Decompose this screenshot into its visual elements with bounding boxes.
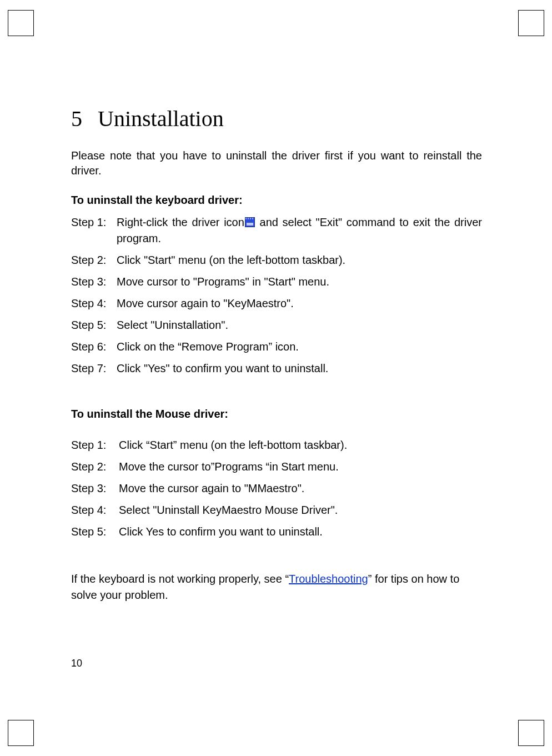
step-label: Step 1: xyxy=(71,214,117,247)
content-area: 5Uninstallation Please note that you hav… xyxy=(71,106,482,603)
mouse-step: Step 5: Click Yes to confirm you want to… xyxy=(71,524,482,540)
step-text-pre: Right-click the driver icon xyxy=(117,216,244,228)
step-body: Click “Start” menu (on the left-bottom t… xyxy=(119,437,482,453)
driver-tray-icon xyxy=(245,217,255,227)
page-number: 10 xyxy=(71,658,82,669)
step-body: Click "Start" menu (on the left-bottom t… xyxy=(117,252,482,268)
chapter-heading: 5Uninstallation xyxy=(71,106,482,132)
step-body: Select "Uninstallation". xyxy=(117,317,482,333)
mouse-step: Step 4: Select "Uninstall KeyMaestro Mou… xyxy=(71,502,482,518)
kb-step: Step 4: Move cursor again to "KeyMaestro… xyxy=(71,296,482,312)
crop-mark-bl xyxy=(8,720,34,746)
step-label: Step 7: xyxy=(71,361,117,377)
step-label: Step 5: xyxy=(71,524,119,540)
mouse-steps: Step 1: Click “Start” menu (on the left-… xyxy=(71,437,482,540)
step-label: Step 4: xyxy=(71,502,119,518)
kb-step: Step 2: Click "Start" menu (on the left-… xyxy=(71,252,482,268)
step-label: Step 1: xyxy=(71,437,119,453)
chapter-title: Uninstallation xyxy=(98,106,224,131)
step-body: Move cursor to "Programs" in "Start" men… xyxy=(117,274,482,290)
step-label: Step 3: xyxy=(71,480,119,497)
kb-uninstall-heading: To uninstall the keyboard driver: xyxy=(71,194,482,207)
step-body: Click "Yes" to confirm you want to unins… xyxy=(117,361,482,377)
kb-step: Step 5: Select "Uninstallation". xyxy=(71,317,482,333)
step-label: Step 2: xyxy=(71,252,117,268)
step-body: Right-click the driver icon and select "… xyxy=(117,214,482,247)
kb-step: Step 1: Right-click the driver icon and … xyxy=(71,214,482,247)
mouse-step: Step 2: Move the cursor to”Programs “in … xyxy=(71,459,482,475)
step-body: Move the cursor again to "MMaestro". xyxy=(119,480,482,497)
crop-mark-tr xyxy=(518,10,544,36)
step-body: Click on the “Remove Program” icon. xyxy=(117,339,482,355)
crop-mark-br xyxy=(518,720,544,746)
mouse-step: Step 1: Click “Start” menu (on the left-… xyxy=(71,437,482,453)
kb-step: Step 6: Click on the “Remove Program” ic… xyxy=(71,339,482,355)
intro-paragraph: Please note that you have to uninstall t… xyxy=(71,148,482,178)
step-label: Step 2: xyxy=(71,459,119,475)
chapter-number: 5 xyxy=(71,106,82,132)
crop-mark-tl xyxy=(8,10,34,36)
closing-paragraph: If the keyboard is not working properly,… xyxy=(71,571,482,603)
kb-step: Step 3: Move cursor to "Programs" in "St… xyxy=(71,274,482,290)
step-label: Step 4: xyxy=(71,296,117,312)
step-label: Step 3: xyxy=(71,274,117,290)
closing-pre: If the keyboard is not working properly,… xyxy=(71,573,289,585)
step-label: Step 6: xyxy=(71,339,117,355)
kb-steps: Step 1: Right-click the driver icon and … xyxy=(71,214,482,377)
page: 5Uninstallation Please note that you hav… xyxy=(0,0,552,756)
step-body: Click Yes to confirm you want to uninsta… xyxy=(119,524,482,540)
mouse-step: Step 3: Move the cursor again to "MMaest… xyxy=(71,480,482,497)
kb-step: Step 7: Click "Yes" to confirm you want … xyxy=(71,361,482,377)
step-label: Step 5: xyxy=(71,317,117,333)
step-body: Move the cursor to”Programs “in Start me… xyxy=(119,459,482,475)
step-body: Move cursor again to "KeyMaestro". xyxy=(117,296,482,312)
mouse-uninstall-heading: To uninstall the Mouse driver: xyxy=(71,408,482,420)
troubleshooting-link[interactable]: Troubleshooting xyxy=(289,573,368,585)
step-body: Select "Uninstall KeyMaestro Mouse Drive… xyxy=(119,502,482,518)
